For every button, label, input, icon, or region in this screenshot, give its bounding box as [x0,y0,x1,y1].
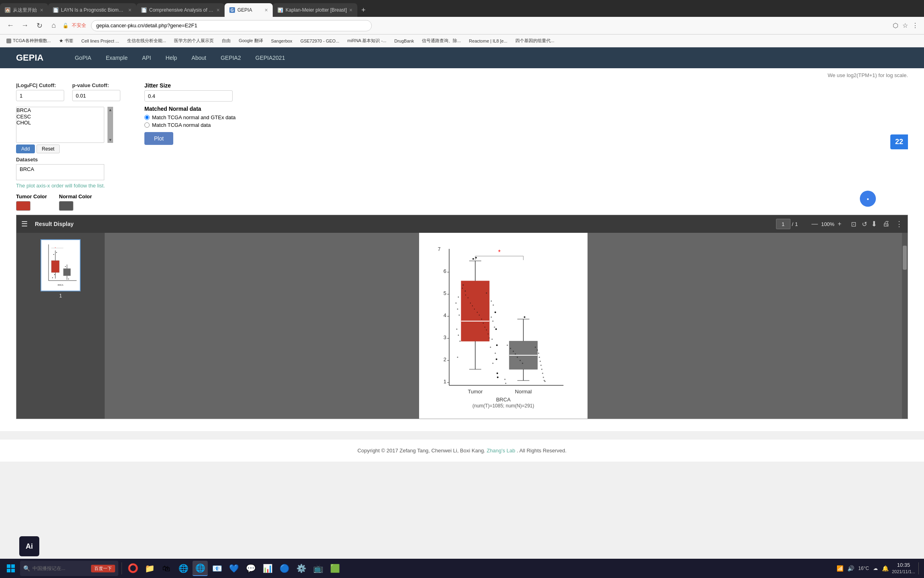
download-icon[interactable]: ⬇ [871,220,877,228]
tab-4[interactable]: G GEPIA × [225,3,273,17]
address-input[interactable] [91,20,372,31]
nav-about[interactable]: About [184,47,214,68]
taskbar-search-btn[interactable]: 百度一下 [91,565,115,572]
taskbar-icon-chrome[interactable]: 🌐 [192,561,208,576]
reset-dataset-button[interactable]: Reset [36,144,59,153]
taskbar-icon-files[interactable]: 📁 [142,561,157,576]
tab-close-2[interactable]: × [128,7,132,13]
taskbar-start-button[interactable] [3,561,18,576]
tab-2[interactable]: 📄 LAYN Is a Prognostic Biomarker... × [48,3,136,17]
tab-close-5[interactable]: × [349,7,353,13]
dataset-option-brca[interactable]: BRCA [16,107,104,114]
dataset-select[interactable]: BRCA CESC CHOL [16,107,104,143]
bookmark-13[interactable]: Reactome | IL8 [e... [466,38,511,44]
log2fc-input[interactable] [16,90,64,101]
taskbar-icon-app2[interactable]: 🔵 [277,561,292,576]
print-icon[interactable]: 🖨 [883,220,890,228]
tab-3[interactable]: 📄 Comprehensive Analysis of th... × [136,3,225,17]
taskbar-icon-mail[interactable]: 📧 [209,561,225,576]
nav-gepia2[interactable]: GEPIA2 [213,47,248,68]
bookmark-8[interactable]: Sangerbox [268,38,296,44]
fit-page-icon[interactable]: ⊡ [851,220,856,228]
nav-example[interactable]: Example [99,47,135,68]
pvalue-input[interactable] [72,90,120,101]
svg-rect-40 [461,281,489,341]
tray-show-desktop[interactable] [918,562,921,574]
taskbar-icon-app5[interactable]: 🟩 [327,561,342,576]
dataset-option-chol[interactable]: CHOL [16,120,104,126]
taskbar-clock[interactable]: 10:35 2021/11/1... [892,562,915,575]
jitter-input[interactable] [144,90,233,102]
scroll-up-icon[interactable]: ▲ [108,108,112,112]
rotate-icon[interactable]: ↺ [862,220,867,228]
forward-button[interactable]: → [19,20,30,31]
new-tab-button[interactable]: + [357,3,370,17]
tab-1[interactable]: 🏠 从这里开始 × [0,3,48,17]
bookmark-6[interactable]: 自由 [219,37,234,45]
bookmark-9[interactable]: GSE72970 - GEO... [297,38,342,44]
bookmark-1[interactable]: TCGA各种肿瘤数... [3,37,54,45]
footer-link[interactable]: Zhang's Lab [487,448,515,454]
taskbar-icon-app3[interactable]: ⚙️ [294,561,309,576]
ai-badge[interactable]: Ai [19,536,39,556]
bookmark-3[interactable]: Cell lines Project ... [78,38,122,44]
dataset-option-cesc[interactable]: CESC [16,114,104,120]
tray-notification-icon[interactable]: 🔔 [882,565,889,572]
radio-1[interactable]: Match TCGA normal and GTEx data [144,114,236,120]
nav-gopia[interactable]: GoPIA [67,47,98,68]
zoom-out-button[interactable]: — [810,220,819,228]
tab-5[interactable]: 📊 Kaplan-Meier plotter [Breast] × [273,3,357,17]
taskbar-icon-vscode[interactable]: 💙 [226,561,241,576]
scroll-down-icon[interactable]: ▼ [108,138,112,142]
bookmark-14[interactable]: 四个基因的组量代... [512,37,557,45]
back-button[interactable]: ← [5,20,16,31]
tab-close-1[interactable]: × [40,7,43,13]
site-logo: GEPIA [16,53,43,63]
menu-icon[interactable]: ⋮ [911,21,919,30]
tray-volume-icon[interactable]: 🔊 [847,565,854,572]
tray-weather-icon[interactable]: ☁ [873,566,878,571]
taskbar-icon-store[interactable]: 🛍 [159,561,174,576]
bookmark-5[interactable]: 医学方的个人展示页 [171,37,217,45]
pdf-thumbnail[interactable]: * BRCA [41,239,81,291]
nav-help[interactable]: Help [158,47,184,68]
taskbar-icon-app4[interactable]: 📺 [310,561,326,576]
add-dataset-button[interactable]: Add [16,144,35,153]
svg-point-63 [495,353,496,354]
scroll-thumb[interactable] [903,246,907,270]
tab-close-4[interactable]: × [265,7,268,13]
bookmark-4[interactable]: 生信在线分析全能... [124,37,169,45]
bookmark-12[interactable]: 信号通路查询、除... [419,37,464,45]
plot-button[interactable]: Plot [144,132,173,145]
taskbar-icon-cortana[interactable]: ⭕ [125,561,140,576]
radio-2[interactable]: Match TCGA normal data [144,122,236,128]
tray-network-icon[interactable]: 📶 [837,565,843,572]
tumor-color-swatch[interactable] [16,201,30,211]
radio-input-2[interactable] [144,122,150,128]
bookmark-icon[interactable]: ☆ [902,21,909,30]
nav-gepia2021[interactable]: GEPIA2021 [248,47,292,68]
nav-api[interactable]: API [135,47,158,68]
home-button[interactable]: ⌂ [48,20,59,31]
taskbar-search-input[interactable] [32,566,89,571]
radio-input-1[interactable] [144,115,150,120]
tab-close-3[interactable]: × [217,7,220,13]
extensions-icon[interactable]: ⬡ [892,21,899,30]
pdf-page-control: / 1 [776,219,798,229]
bookmark-11[interactable]: DrugBank [391,38,417,44]
bookmark-7[interactable]: Google 翻译 [235,37,266,45]
pdf-scrollbar[interactable] [902,233,908,419]
svg-point-112 [505,379,506,380]
zoom-in-button[interactable]: + [836,220,843,228]
taskbar-search-button[interactable]: 🔍 百度一下 [20,561,118,576]
bookmark-10[interactable]: miRNA 基本知识 -... [344,37,389,45]
bookmark-2[interactable]: ★ 书签 [56,37,77,45]
taskbar-icon-office[interactable]: 📊 [260,561,275,576]
taskbar-icon-wechat[interactable]: 💬 [243,561,258,576]
taskbar-icon-edge[interactable]: 🌐 [176,561,191,576]
reload-button[interactable]: ↻ [34,20,45,31]
more-options-icon[interactable]: ⋮ [896,220,903,228]
normal-color-swatch[interactable] [59,201,73,211]
pdf-page-input[interactable] [776,219,790,229]
pdf-menu-icon[interactable]: ☰ [21,220,28,228]
